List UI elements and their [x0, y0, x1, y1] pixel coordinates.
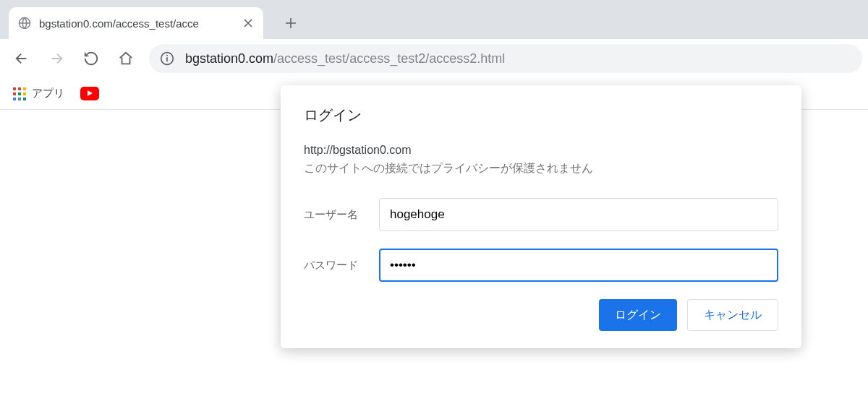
- tab-strip: bgstation0.com/access_test/acce: [0, 0, 868, 39]
- home-button[interactable]: [110, 44, 142, 73]
- url-host: bgstation0.com: [185, 51, 273, 66]
- new-tab-button[interactable]: [276, 9, 305, 38]
- url-path: /access_test/access_test2/access2.html: [273, 51, 505, 66]
- dialog-title: ログイン: [304, 105, 778, 125]
- back-button[interactable]: [6, 44, 38, 73]
- url-text: bgstation0.com/access_test/access_test2/…: [185, 51, 505, 66]
- username-input[interactable]: [379, 198, 778, 231]
- password-input[interactable]: [379, 249, 778, 282]
- apps-label: アプリ: [32, 87, 64, 100]
- apps-shortcut[interactable]: アプリ: [13, 87, 64, 100]
- dialog-origin: http://bgstation0.com: [304, 144, 778, 157]
- close-tab-icon[interactable]: [242, 17, 255, 30]
- dialog-privacy-warning: このサイトへの接続ではプライバシーが保護されません: [304, 161, 778, 176]
- forward-button[interactable]: [41, 44, 72, 73]
- site-info-icon[interactable]: [159, 51, 175, 66]
- http-auth-dialog: ログイン http://bgstation0.com このサイトへの接続ではプラ…: [281, 85, 801, 348]
- globe-icon: [17, 16, 32, 30]
- login-button[interactable]: ログイン: [599, 299, 677, 331]
- reload-button[interactable]: [75, 44, 107, 73]
- youtube-bookmark[interactable]: [80, 87, 99, 100]
- tab-title: bgstation0.com/access_test/acce: [39, 17, 242, 30]
- apps-grid-icon: [13, 87, 26, 100]
- username-label: ユーザー名: [304, 208, 379, 222]
- address-bar[interactable]: bgstation0.com/access_test/access_test2/…: [149, 44, 862, 73]
- youtube-icon: [80, 87, 99, 100]
- browser-toolbar: bgstation0.com/access_test/access_test2/…: [0, 39, 868, 78]
- svg-point-3: [166, 55, 168, 56]
- browser-tab[interactable]: bgstation0.com/access_test/acce: [9, 7, 263, 39]
- cancel-button[interactable]: キャンセル: [687, 299, 778, 331]
- password-label: パスワード: [304, 259, 379, 272]
